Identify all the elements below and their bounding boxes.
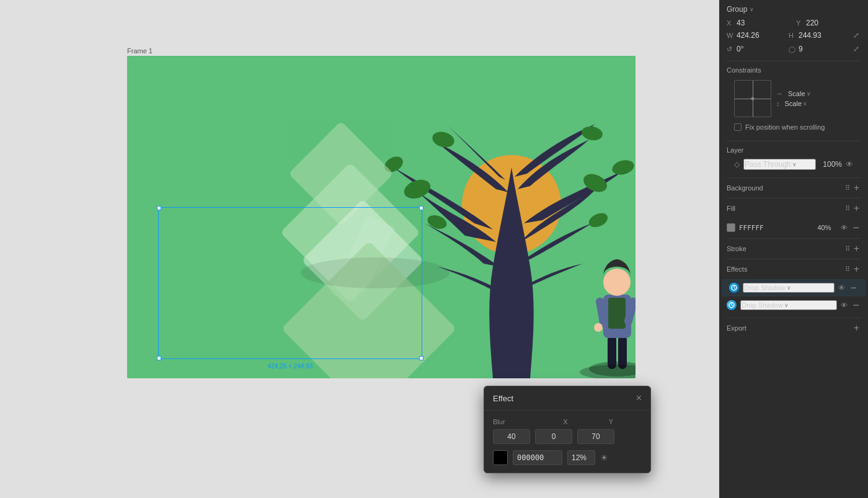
h-constraint-chevron: ∨ <box>807 91 811 97</box>
w-input[interactable] <box>737 31 774 40</box>
y-label: Y <box>609 418 642 425</box>
export-add-btn[interactable]: + <box>852 322 861 334</box>
v-arrow-icon: ↕ <box>776 100 780 107</box>
fill-title: Fill <box>727 205 735 212</box>
blend-mode-select[interactable]: Pass Through ∨ <box>743 159 816 170</box>
effect-2-chevron: ∨ <box>784 302 789 308</box>
resize-proportional-btn[interactable]: ⤢ <box>852 30 861 41</box>
constraints-header: Constraints <box>727 66 861 74</box>
export-section-header: Export + <box>719 318 868 338</box>
popup-values <box>493 429 642 444</box>
opacity-value: 100% <box>820 160 842 169</box>
fix-scroll-checkbox[interactable] <box>734 123 742 131</box>
fill-remove-btn[interactable]: − <box>851 221 861 234</box>
layer-row: ◇ Pass Through ∨ 100% 👁 <box>727 156 861 172</box>
fill-row: FFFFFF 40% 👁 − <box>719 218 868 238</box>
background-add-btn[interactable]: + <box>852 182 861 194</box>
fill-opacity-value: 40% <box>817 224 837 231</box>
effect-popup: Effect × Blur X Y ☀ <box>484 386 651 473</box>
y-field: Y <box>796 19 861 27</box>
popup-color-row: ☀ <box>493 450 642 465</box>
rotation-row: ↺ ◯ ⤢ <box>719 42 868 56</box>
fill-color-swatch[interactable] <box>727 223 735 232</box>
effects-grid-icon[interactable]: ⠿ <box>845 265 850 273</box>
constraint-selects: ↔ Scale ∨ ↕ Scale ∨ <box>776 90 853 107</box>
fill-visibility-icon[interactable]: 👁 <box>841 224 848 231</box>
effect-1-remove-btn[interactable]: − <box>849 281 858 295</box>
fullscreen-btn[interactable]: ⤢ <box>852 43 861 55</box>
y-input[interactable] <box>806 19 843 27</box>
stroke-add-btn[interactable]: + <box>852 242 861 255</box>
popup-body: Blur X Y ☀ <box>484 411 650 473</box>
effect-hex-input[interactable] <box>513 450 562 465</box>
effect-1-icon <box>729 283 739 293</box>
effect-opacity-input[interactable] <box>567 450 595 465</box>
frame-container: 424.26 × 244.93 <box>127 56 636 378</box>
x-input[interactable] <box>737 19 774 27</box>
v-constraint-chevron: ∨ <box>803 100 807 107</box>
corner-input[interactable] <box>799 45 836 53</box>
h-label: H <box>789 32 796 39</box>
fill-grid-icon[interactable]: ⠿ <box>845 205 850 213</box>
w-field: W <box>727 30 784 41</box>
svg-point-24 <box>603 269 631 296</box>
group-header: Group ∨ <box>719 0 868 17</box>
effect-color-swatch[interactable] <box>493 450 508 465</box>
fill-hex-value: FFFFFF <box>739 224 813 232</box>
export-title: Export <box>727 324 746 332</box>
effect-item-2: Drop Shadow ∨ 👁 − <box>719 296 868 314</box>
background-grid-icon[interactable]: ⠿ <box>845 184 850 192</box>
background-section-header: Background ⠿ + <box>719 178 868 198</box>
group-chevron[interactable]: ∨ <box>750 6 754 12</box>
effect-2-icon <box>727 300 737 310</box>
rotation-input[interactable] <box>737 45 774 53</box>
svg-rect-21 <box>618 335 627 369</box>
x-field: X <box>727 19 791 27</box>
h-input[interactable] <box>799 31 836 40</box>
group-title: Group ∨ <box>727 5 754 14</box>
layer-header: Layer <box>727 146 861 154</box>
fill-add-btn[interactable]: + <box>852 202 861 215</box>
corner-field: ◯ <box>789 43 846 55</box>
effects-actions: ⠿ + <box>845 263 861 275</box>
effects-add-btn[interactable]: + <box>852 263 861 275</box>
v-constraint-select[interactable]: Scale ∨ <box>785 100 808 107</box>
effect-1-visibility-icon[interactable]: 👁 <box>838 284 845 291</box>
y-input[interactable] <box>577 429 614 444</box>
stroke-section-header: Stroke ⠿ + <box>719 239 868 259</box>
export-actions: + <box>852 322 861 334</box>
x-label: X <box>727 19 734 27</box>
svg-point-27 <box>594 323 603 332</box>
layer-title: Layer <box>727 146 744 154</box>
blend-icon: ◇ <box>734 160 740 169</box>
sun-icon: ☀ <box>600 453 608 463</box>
x-input[interactable] <box>535 429 572 444</box>
popup-labels: Blur X Y <box>493 418 642 425</box>
blur-input[interactable] <box>493 429 530 444</box>
popup-close-button[interactable]: × <box>636 393 642 404</box>
effect-2-visibility-icon[interactable]: 👁 <box>841 301 848 309</box>
y-label: Y <box>796 19 804 27</box>
h-field: H <box>789 30 846 41</box>
svg-rect-23 <box>608 298 626 329</box>
h-constraint-select[interactable]: Scale ∨ <box>788 90 811 97</box>
blend-chevron: ∨ <box>792 161 797 167</box>
canvas: Frame 1 <box>0 0 719 498</box>
v-constraint-row: ↕ Scale ∨ <box>776 100 853 107</box>
visibility-icon[interactable]: 👁 <box>846 160 853 169</box>
blur-label: Blur <box>493 418 526 425</box>
effect-1-label[interactable]: Drop Shadow ∨ <box>743 283 835 293</box>
effect-item-1: Drop Shadow ∨ 👁 − <box>722 279 866 296</box>
h-constraint-row: ↔ Scale ∨ <box>776 90 853 97</box>
svg-point-18 <box>301 257 450 288</box>
effect-2-label[interactable]: Drop Shadow ∨ <box>740 300 837 310</box>
popup-title: Effect <box>493 394 513 403</box>
effect-2-remove-btn[interactable]: − <box>851 298 861 312</box>
stroke-grid-icon[interactable]: ⠿ <box>845 245 850 253</box>
fill-section-header: Fill ⠿ + <box>719 198 868 218</box>
constraint-dot <box>751 97 755 100</box>
fill-actions: ⠿ + <box>845 202 861 215</box>
rotation-icon: ↺ <box>727 45 734 53</box>
constraints-grid: ↔ Scale ∨ ↕ Scale ∨ <box>727 76 861 121</box>
constraints-section: Constraints ↔ Scale ∨ ↕ Sc <box>719 61 868 141</box>
